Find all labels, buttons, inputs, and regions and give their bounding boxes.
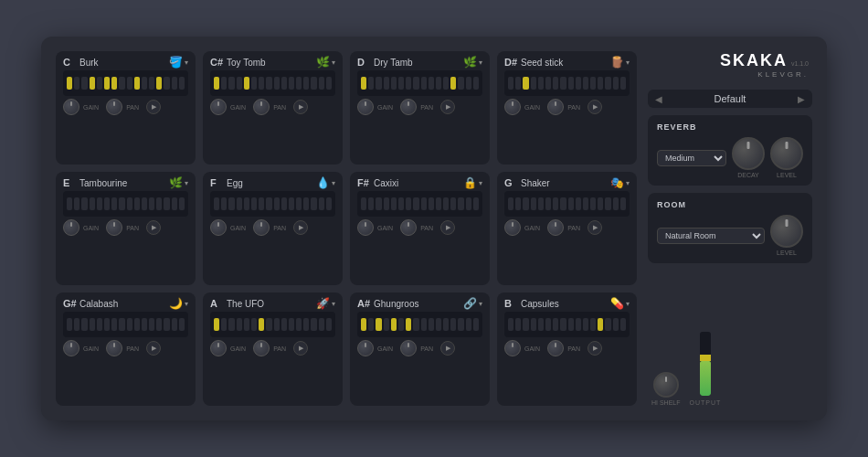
seq-step-3[interactable] xyxy=(531,77,536,90)
pad-action-button[interactable]: ▶ xyxy=(146,341,161,356)
pan-knob[interactable] xyxy=(547,99,564,115)
seq-step-7[interactable] xyxy=(266,318,271,331)
seq-step-11[interactable] xyxy=(590,197,596,210)
seq-step-5[interactable] xyxy=(398,197,404,210)
gain-knob[interactable] xyxy=(357,340,374,356)
pad-dropdown-arrow[interactable]: ▾ xyxy=(185,300,188,308)
seq-step-15[interactable] xyxy=(326,77,332,90)
seq-step-13[interactable] xyxy=(458,318,463,331)
seq-step-13[interactable] xyxy=(311,77,316,90)
seq-step-8[interactable] xyxy=(274,77,280,90)
pad-action-button[interactable]: ▶ xyxy=(293,100,308,114)
seq-step-5[interactable] xyxy=(545,318,551,331)
pad-dropdown-arrow[interactable]: ▾ xyxy=(479,300,482,308)
pan-knob[interactable] xyxy=(547,219,564,236)
seq-step-14[interactable] xyxy=(613,77,619,90)
seq-step-0[interactable] xyxy=(214,318,219,331)
seq-step-8[interactable] xyxy=(127,197,132,210)
sequencer-bar[interactable] xyxy=(63,312,188,337)
seq-step-4[interactable] xyxy=(538,197,544,210)
reverb-decay-knob[interactable] xyxy=(732,137,765,170)
seq-step-4[interactable] xyxy=(97,318,102,331)
seq-step-14[interactable] xyxy=(319,318,324,331)
seq-step-0[interactable] xyxy=(361,77,366,90)
seq-step-12[interactable] xyxy=(450,318,456,331)
seq-step-1[interactable] xyxy=(221,197,227,210)
seq-step-9[interactable] xyxy=(429,197,434,210)
seq-step-3[interactable] xyxy=(531,318,536,331)
sequencer-bar[interactable] xyxy=(210,70,335,96)
room-type-select[interactable]: Natural Room Bright Room Dark Room xyxy=(657,228,765,244)
seq-step-1[interactable] xyxy=(368,197,374,210)
seq-step-0[interactable] xyxy=(508,197,513,210)
seq-step-14[interactable] xyxy=(466,318,471,331)
seq-step-0[interactable] xyxy=(67,318,72,331)
seq-step-7[interactable] xyxy=(119,197,124,210)
seq-step-2[interactable] xyxy=(376,318,381,331)
pad-dropdown-arrow[interactable]: ▾ xyxy=(332,58,335,67)
seq-step-3[interactable] xyxy=(90,318,95,331)
pad-dropdown-arrow[interactable]: ▾ xyxy=(185,58,188,67)
seq-step-12[interactable] xyxy=(156,197,162,210)
seq-step-8[interactable] xyxy=(274,318,280,331)
seq-step-15[interactable] xyxy=(620,197,626,210)
pad-dropdown-arrow[interactable]: ▾ xyxy=(332,300,335,308)
seq-step-7[interactable] xyxy=(413,197,418,210)
seq-step-4[interactable] xyxy=(391,197,397,210)
seq-step-11[interactable] xyxy=(296,77,302,90)
seq-step-8[interactable] xyxy=(274,197,280,210)
seq-step-15[interactable] xyxy=(473,318,479,331)
seq-step-0[interactable] xyxy=(214,197,219,210)
seq-step-10[interactable] xyxy=(583,77,588,90)
seq-step-12[interactable] xyxy=(598,197,603,210)
seq-step-12[interactable] xyxy=(450,197,456,210)
seq-step-4[interactable] xyxy=(244,318,249,331)
seq-step-12[interactable] xyxy=(303,197,309,210)
seq-step-8[interactable] xyxy=(568,77,574,90)
gain-knob[interactable] xyxy=(63,219,79,236)
seq-step-12[interactable] xyxy=(156,318,162,331)
seq-step-5[interactable] xyxy=(104,197,110,210)
seq-step-7[interactable] xyxy=(266,197,271,210)
sequencer-bar[interactable] xyxy=(504,191,630,217)
seq-step-10[interactable] xyxy=(289,77,294,90)
seq-step-11[interactable] xyxy=(149,318,154,331)
seq-step-5[interactable] xyxy=(398,77,404,90)
pan-knob[interactable] xyxy=(400,99,417,115)
seq-step-10[interactable] xyxy=(436,197,441,210)
pan-knob[interactable] xyxy=(253,219,270,236)
pan-knob[interactable] xyxy=(253,99,270,115)
seq-step-8[interactable] xyxy=(568,318,574,331)
sequencer-bar[interactable] xyxy=(63,70,188,96)
seq-step-3[interactable] xyxy=(531,197,536,210)
seq-step-10[interactable] xyxy=(436,318,441,331)
gain-knob[interactable] xyxy=(357,219,374,236)
seq-step-4[interactable] xyxy=(538,318,544,331)
reverb-level-knob[interactable] xyxy=(770,137,803,170)
seq-step-3[interactable] xyxy=(90,77,95,90)
seq-step-11[interactable] xyxy=(149,77,154,90)
seq-step-12[interactable] xyxy=(598,318,603,331)
pan-knob[interactable] xyxy=(400,219,417,236)
seq-step-15[interactable] xyxy=(620,318,626,331)
seq-step-9[interactable] xyxy=(134,77,140,90)
seq-step-3[interactable] xyxy=(237,197,242,210)
seq-step-6[interactable] xyxy=(111,318,117,331)
seq-step-1[interactable] xyxy=(368,77,374,90)
pan-knob[interactable] xyxy=(106,99,122,115)
seq-step-5[interactable] xyxy=(545,197,551,210)
preset-prev-button[interactable]: ◀ xyxy=(655,94,662,104)
seq-step-9[interactable] xyxy=(429,77,434,90)
gain-knob[interactable] xyxy=(63,340,79,356)
pad-dropdown-arrow[interactable]: ▾ xyxy=(479,58,482,67)
pad-action-button[interactable]: ▶ xyxy=(440,341,455,356)
pad-dropdown-arrow[interactable]: ▾ xyxy=(185,179,188,187)
seq-step-6[interactable] xyxy=(111,77,117,90)
seq-step-13[interactable] xyxy=(458,77,463,90)
sequencer-bar[interactable] xyxy=(357,70,482,96)
seq-step-13[interactable] xyxy=(311,318,316,331)
seq-step-15[interactable] xyxy=(326,197,332,210)
pan-knob[interactable] xyxy=(106,219,122,236)
seq-step-15[interactable] xyxy=(473,197,479,210)
seq-step-0[interactable] xyxy=(361,197,366,210)
